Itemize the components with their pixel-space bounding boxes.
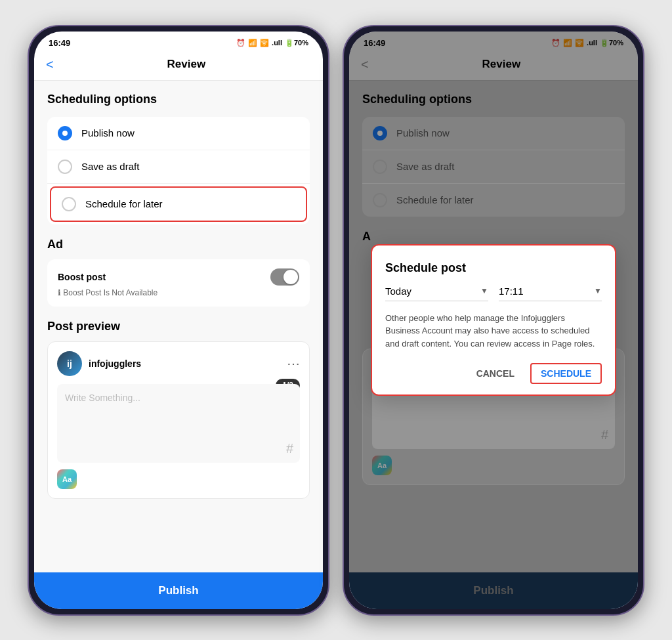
- left-username: infojugglers: [89, 358, 141, 369]
- left-ad-title: Ad: [47, 238, 310, 251]
- radio-save-draft[interactable]: [58, 160, 72, 174]
- schedule-post-modal: Schedule post Today ▼ 17:11 ▼ Other peop…: [371, 244, 616, 396]
- left-preview-card: ij infojugglers ⋯ 1/2 Write Something...…: [47, 341, 310, 499]
- option-publish-now[interactable]: Publish now: [47, 117, 310, 150]
- modal-overlay: Schedule post Today ▼ 17:11 ▼ Other peop…: [349, 32, 638, 609]
- left-preview-section: Post preview ij infojugglers ⋯ 1/2: [47, 320, 310, 499]
- modal-cancel-button[interactable]: CANCEL: [476, 368, 514, 379]
- left-nav-title: Review: [62, 58, 311, 71]
- left-more-options[interactable]: ⋯: [287, 356, 300, 372]
- left-time: 16:49: [49, 38, 70, 48]
- left-preview-title: Post preview: [47, 320, 310, 333]
- phones-container: 16:49 ⏰ 📶 🛜 .ull 🔋70% < Review Schedulin…: [14, 12, 658, 629]
- option-schedule-later-label: Schedule for later: [85, 198, 163, 209]
- left-boost-card: Boost post ℹ Boost Post Is Not Available: [47, 259, 310, 307]
- left-preview-placeholder: Write Something...: [65, 393, 140, 403]
- left-phone-screen: 16:49 ⏰ 📶 🛜 .ull 🔋70% < Review Schedulin…: [34, 32, 323, 609]
- modal-date-row: Today ▼ 17:11 ▼: [385, 286, 602, 301]
- battery-icon: 🔋70%: [285, 39, 308, 47]
- modal-date-field[interactable]: Today ▼: [385, 286, 488, 301]
- left-preview-content: Write Something... #: [57, 384, 300, 463]
- left-avatar: ij: [57, 351, 82, 376]
- option-schedule-later[interactable]: Schedule for later: [50, 186, 307, 222]
- radio-schedule-later[interactable]: [62, 197, 76, 211]
- left-options-container: Publish now Save as draft Schedule for l…: [47, 117, 310, 224]
- left-back-button[interactable]: <: [46, 57, 54, 72]
- left-boost-sub: ℹ Boost Post Is Not Available: [58, 288, 299, 297]
- option-save-draft[interactable]: Save as draft: [47, 150, 310, 184]
- left-scheduling-title: Scheduling options: [47, 93, 310, 106]
- modal-info-text: Other people who help manage the Infojug…: [385, 312, 602, 351]
- modal-date-caret: ▼: [480, 286, 488, 295]
- wifi-icon: 🛜: [260, 39, 269, 47]
- modal-time-caret: ▼: [594, 286, 602, 295]
- network-icon: .ull: [272, 39, 282, 47]
- left-aa-icon: Aa: [57, 469, 77, 489]
- option-save-draft-label: Save as draft: [81, 161, 139, 172]
- radio-publish-now[interactable]: [58, 126, 72, 140]
- left-publish-button[interactable]: Publish: [34, 572, 323, 609]
- modal-title: Schedule post: [385, 261, 602, 275]
- modal-schedule-button[interactable]: SCHEDULE: [530, 363, 602, 384]
- left-preview-header: ij infojugglers ⋯: [57, 351, 300, 376]
- left-ad-section: Ad Boost post ℹ Boost Post Is Not Availa…: [47, 238, 310, 307]
- left-content: Scheduling options Publish now Save as d…: [34, 81, 323, 572]
- left-boost-top: Boost post: [58, 268, 299, 286]
- left-boost-label: Boost post: [58, 272, 106, 282]
- left-nav-bar: < Review: [34, 52, 323, 81]
- modal-time-field[interactable]: 17:11 ▼: [499, 286, 602, 301]
- left-boost-toggle[interactable]: [270, 268, 299, 286]
- left-status-bar: 16:49 ⏰ 📶 🛜 .ull 🔋70%: [34, 32, 323, 52]
- modal-actions: CANCEL SCHEDULE: [385, 363, 602, 384]
- left-status-icons: ⏰ 📶 🛜 .ull 🔋70%: [236, 39, 308, 47]
- left-hash-icon: #: [286, 441, 293, 456]
- left-phone: 16:49 ⏰ 📶 🛜 .ull 🔋70% < Review Schedulin…: [28, 25, 329, 616]
- modal-time-value: 17:11: [499, 286, 524, 297]
- right-phone: 16:49 ⏰ 📶 🛜 .ull 🔋70% < Review Schedulin…: [343, 25, 644, 616]
- option-publish-now-label: Publish now: [81, 127, 135, 139]
- signal-icon: 📶: [248, 39, 257, 47]
- modal-date-value: Today: [385, 286, 411, 297]
- alarm-icon: ⏰: [236, 39, 245, 47]
- right-phone-screen: 16:49 ⏰ 📶 🛜 .ull 🔋70% < Review Schedulin…: [349, 32, 638, 609]
